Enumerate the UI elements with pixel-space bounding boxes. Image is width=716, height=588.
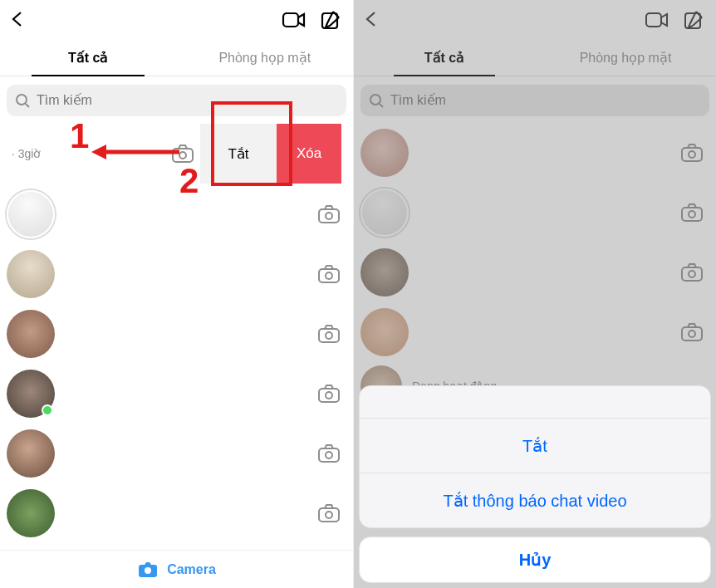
tabs-left: Tất cả Phòng họp mặt xyxy=(0,40,353,76)
list-item[interactable] xyxy=(354,243,716,302)
avatar xyxy=(360,129,409,177)
search-input-right[interactable] xyxy=(390,93,701,108)
avatar xyxy=(7,429,55,478)
svg-rect-32 xyxy=(682,327,702,341)
svg-point-19 xyxy=(145,567,151,574)
svg-point-7 xyxy=(326,213,332,219)
camera-footer[interactable]: Camera xyxy=(0,550,353,588)
list-item[interactable] xyxy=(0,304,353,364)
avatar xyxy=(360,248,409,296)
tab-all[interactable]: Tất cả xyxy=(354,40,535,76)
svg-rect-12 xyxy=(319,389,339,402)
avatar xyxy=(7,310,55,358)
svg-rect-10 xyxy=(319,329,339,342)
svg-rect-16 xyxy=(319,508,339,522)
camera-icon xyxy=(137,561,159,579)
search-bar-right[interactable] xyxy=(360,85,709,116)
tab-all[interactable]: Tất cả xyxy=(0,40,177,76)
svg-point-17 xyxy=(326,512,332,518)
header-left xyxy=(0,0,353,40)
chat-list-left: · 3giờ Tắt Xóa xyxy=(0,123,353,543)
search-icon xyxy=(15,93,30,108)
avatar xyxy=(7,489,55,537)
svg-point-29 xyxy=(689,211,695,218)
camera-icon[interactable] xyxy=(316,203,341,225)
svg-marker-21 xyxy=(91,145,106,159)
list-item[interactable] xyxy=(0,424,353,483)
arrow-icon xyxy=(90,143,181,161)
search-bar-left[interactable] xyxy=(7,85,346,116)
avatar xyxy=(7,250,55,298)
tabs-right: Tất cả Phòng họp mặt xyxy=(354,40,716,76)
action-sheet: Tắt Tắt thông báo chat video Hủy xyxy=(359,385,711,583)
sheet-mute-video-button[interactable]: Tắt thông báo chat video xyxy=(360,473,710,527)
svg-point-9 xyxy=(326,272,332,279)
annotation-1: 1 xyxy=(70,116,89,156)
svg-rect-22 xyxy=(646,13,661,27)
svg-rect-28 xyxy=(682,208,702,221)
svg-rect-6 xyxy=(319,209,339,223)
online-dot-icon xyxy=(42,404,53,416)
back-icon[interactable] xyxy=(8,10,27,28)
list-item[interactable] xyxy=(0,184,353,244)
list-item[interactable] xyxy=(354,123,716,183)
avatar xyxy=(360,189,409,237)
header-right xyxy=(354,0,716,40)
list-item[interactable] xyxy=(354,302,716,362)
search-input-left[interactable] xyxy=(37,93,338,108)
svg-line-25 xyxy=(380,104,383,107)
list-item[interactable] xyxy=(0,483,353,543)
svg-rect-30 xyxy=(682,267,702,281)
svg-point-27 xyxy=(689,151,695,158)
action-sheet-card: Tắt Tắt thông báo chat video xyxy=(359,385,711,528)
camera-icon[interactable] xyxy=(679,202,704,223)
camera-icon[interactable] xyxy=(316,263,341,285)
avatar xyxy=(7,190,55,238)
compose-icon[interactable] xyxy=(320,9,341,31)
camera-footer-label: Camera xyxy=(167,562,216,577)
compose-icon[interactable] xyxy=(683,9,704,31)
svg-point-24 xyxy=(370,95,380,105)
svg-rect-26 xyxy=(682,148,702,161)
svg-point-13 xyxy=(326,392,332,399)
svg-point-11 xyxy=(326,332,332,339)
chat-list-right: Đang hoạt động xyxy=(354,123,716,410)
list-item[interactable] xyxy=(0,244,353,304)
swipe-delete-button[interactable]: Xóa xyxy=(277,124,341,184)
swipe-mute-button[interactable]: Tắt xyxy=(200,124,277,184)
video-call-icon[interactable] xyxy=(645,10,669,30)
svg-point-2 xyxy=(17,95,27,105)
camera-icon[interactable] xyxy=(316,323,341,345)
svg-rect-8 xyxy=(319,269,339,282)
camera-icon[interactable] xyxy=(679,142,704,164)
search-icon xyxy=(369,93,384,108)
right-screenshot: Tất cả Phòng họp mặt xyxy=(354,0,716,588)
tab-rooms[interactable]: Phòng họp mặt xyxy=(177,40,354,76)
camera-icon[interactable] xyxy=(316,443,341,464)
camera-icon[interactable] xyxy=(316,502,341,524)
left-screenshot: Tất cả Phòng họp mặt · 3giờ Tắt Xóa xyxy=(0,0,354,588)
list-item[interactable] xyxy=(0,364,353,424)
camera-icon[interactable] xyxy=(679,262,704,283)
svg-line-3 xyxy=(26,104,29,107)
tab-rooms[interactable]: Phòng họp mặt xyxy=(535,40,716,76)
annotation-2: 2 xyxy=(179,161,199,201)
svg-rect-0 xyxy=(283,13,298,27)
list-item[interactable] xyxy=(354,183,716,243)
svg-point-33 xyxy=(689,331,695,337)
avatar xyxy=(7,370,55,418)
svg-rect-14 xyxy=(319,448,339,462)
svg-point-15 xyxy=(326,452,332,458)
sheet-cancel-button[interactable]: Hủy xyxy=(359,537,711,583)
video-call-icon[interactable] xyxy=(282,10,307,30)
camera-icon[interactable] xyxy=(679,321,704,343)
svg-point-31 xyxy=(689,271,695,277)
sheet-mute-button[interactable]: Tắt xyxy=(360,418,710,473)
camera-icon[interactable] xyxy=(316,383,341,404)
back-icon[interactable] xyxy=(362,10,380,28)
avatar xyxy=(360,308,409,356)
